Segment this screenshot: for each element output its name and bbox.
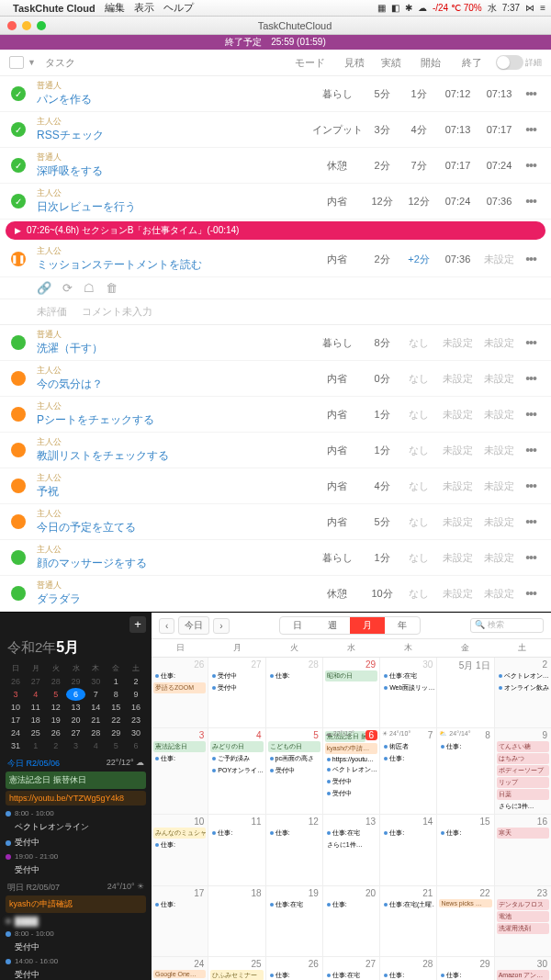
- detail-toggle[interactable]: [496, 55, 523, 70]
- calendar-event[interactable]: 受付中: [210, 670, 263, 681]
- calendar-event[interactable]: ベクトレオン…: [497, 670, 549, 681]
- calendar-event[interactable]: 仕事:在宅: [325, 828, 377, 839]
- calendar-event[interactable]: 仕事:: [439, 970, 491, 980]
- event-item[interactable]: 19:00 - 21:00: [6, 850, 146, 862]
- calendar-event[interactable]: はちみつ: [497, 753, 549, 764]
- add-event-button[interactable]: +: [129, 616, 146, 633]
- day-cell[interactable]: 25ひふみセミナー: [208, 957, 265, 980]
- day-cell[interactable]: 26仕事:: [266, 957, 323, 980]
- day-cell[interactable]: 9てんさい糖はちみつボディーソープリップ日薬さらに3件…: [495, 728, 551, 814]
- menu-edit[interactable]: 編集: [105, 1, 125, 15]
- calendar-event[interactable]: 仕事:: [325, 899, 377, 910]
- calendar-event[interactable]: さらに1件…: [325, 839, 377, 850]
- more-icon[interactable]: •••: [520, 514, 542, 529]
- calendar-event[interactable]: 仕事:: [439, 828, 491, 839]
- task-row[interactable]: 主人公教訓リストをチェックする内省1分なし未設定未設定•••: [0, 433, 551, 468]
- day-cell[interactable]: ☀ 24°/10°7術匠者仕事:: [380, 728, 437, 814]
- day-cell[interactable]: 27仕事:在宅: [323, 957, 380, 980]
- day-cell[interactable]: 30仕事:在宅Web面談リッ…: [380, 658, 437, 727]
- calendar-event[interactable]: 仕事:: [153, 899, 206, 910]
- status-icon[interactable]: ✓: [11, 122, 26, 137]
- event-item[interactable]: 8:00 - 10:00: [6, 928, 146, 940]
- status-icon[interactable]: [11, 586, 26, 601]
- day-cell[interactable]: 26仕事:夢語るZOOM: [152, 658, 208, 727]
- more-icon[interactable]: •••: [520, 479, 542, 493]
- calendar-event[interactable]: ご予約済み: [210, 753, 263, 764]
- day-cell[interactable]: 15仕事:: [437, 815, 494, 884]
- day-cell[interactable]: 4みどりの日ご予約済みPOYオンライ…: [208, 728, 265, 814]
- event-item[interactable]: 受付中: [6, 835, 146, 850]
- app-name[interactable]: TaskChute Cloud: [13, 3, 96, 14]
- today-button[interactable]: 今日: [178, 616, 209, 635]
- calendar-event[interactable]: Web面談リッ…: [382, 682, 434, 693]
- calendar-event[interactable]: 受付中: [325, 788, 377, 799]
- calendar-event[interactable]: 仕事:在宅(土曜…: [382, 899, 434, 910]
- day-cell[interactable]: 5こどもの日pc画面の高さ受付中: [266, 728, 323, 814]
- day-cell[interactable]: 23デンタルフロス電池洗濯用洗剤: [495, 886, 551, 956]
- calendar-event[interactable]: kyashの申請…: [325, 743, 377, 754]
- day-cell[interactable]: 16寒天: [495, 815, 551, 884]
- calendar-event[interactable]: 仕事:: [153, 670, 206, 681]
- day-cell[interactable]: 13仕事:在宅さらに1件…: [323, 815, 380, 884]
- more-icon[interactable]: •••: [520, 158, 542, 173]
- mini-calendar[interactable]: 日月火水木金土 26272829301234567891011121314151…: [0, 661, 152, 752]
- more-icon[interactable]: •••: [520, 550, 542, 565]
- calendar-event[interactable]: 受付中: [210, 682, 263, 693]
- more-icon[interactable]: •••: [520, 443, 542, 457]
- select-all-checkbox[interactable]: [9, 56, 24, 69]
- calendar-event[interactable]: みんなのミュシャ: [153, 828, 206, 839]
- event-item[interactable]: ████: [6, 915, 146, 928]
- calendar-event[interactable]: ボディーソープ: [497, 765, 549, 776]
- status-icon[interactable]: [11, 443, 26, 457]
- event-item[interactable]: 8:00 - 10:00: [6, 807, 146, 819]
- calendar-event[interactable]: こどもの日: [268, 741, 320, 752]
- more-icon[interactable]: •••: [520, 86, 542, 101]
- calendar-event[interactable]: てんさい糖: [497, 741, 549, 752]
- day-cell[interactable]: 29仕事:夢語るZOOM: [437, 957, 494, 980]
- status-icon[interactable]: ✓: [11, 158, 26, 173]
- day-cell[interactable]: 3憲法記念日仕事:: [152, 728, 208, 814]
- calendar-event[interactable]: 術匠者: [382, 741, 434, 752]
- delete-icon[interactable]: 🗑: [106, 281, 118, 295]
- calendar-event[interactable]: 受付中: [268, 765, 320, 776]
- refresh-icon[interactable]: ⟳: [62, 281, 73, 295]
- more-icon[interactable]: •••: [520, 371, 542, 386]
- day-cell[interactable]: 11仕事:: [208, 815, 265, 884]
- calendar-event[interactable]: リップ: [497, 777, 549, 788]
- calendar-event[interactable]: 仕事:: [439, 741, 491, 752]
- day-cell[interactable]: 18: [208, 886, 265, 956]
- month-grid[interactable]: 26仕事:夢語るZOOM27受付中受付中28仕事:29昭和の日30仕事:在宅We…: [152, 658, 551, 980]
- calendar-event[interactable]: 仕事:: [153, 753, 206, 764]
- task-row[interactable]: ✓普通人深呼吸をする休憩2分7分07:1707:24•••: [0, 148, 551, 184]
- event-item[interactable]: kyashの申請確認: [6, 896, 146, 913]
- calendar-event[interactable]: 仕事:: [268, 970, 320, 980]
- status-icon[interactable]: [11, 407, 26, 422]
- status-icon[interactable]: [11, 514, 26, 529]
- search-input[interactable]: 🔍 検索: [470, 618, 544, 633]
- calendar-event[interactable]: 仕事:: [382, 970, 434, 980]
- day-cell[interactable]: 14仕事:: [380, 815, 437, 884]
- section-bar[interactable]: ▶07:26~(4.6h) セクションB「お仕事タイム」(-00:14): [6, 221, 545, 240]
- calendar-event[interactable]: 寒天: [497, 828, 549, 839]
- task-row[interactable]: 主人公顔のマッサージをする暮らし1分なし未設定未設定•••: [0, 540, 551, 576]
- status-icon[interactable]: [11, 371, 26, 386]
- day-cell[interactable]: ☁ 22°/12°6憲法記念日 振…kyashの申請…https://youtu…: [323, 728, 380, 814]
- calendar-event[interactable]: みどりの日: [210, 741, 263, 752]
- status-icon[interactable]: ✓: [11, 86, 26, 101]
- calendar-event[interactable]: さらに3件…: [497, 801, 549, 812]
- task-row[interactable]: ✓主人公日次レビューを行う内省12分12分07:2407:36•••: [0, 184, 551, 220]
- calendar-event[interactable]: News picks …: [439, 899, 491, 907]
- next-button[interactable]: ›: [213, 618, 229, 634]
- day-cell[interactable]: 22News picks …: [437, 886, 494, 956]
- more-icon[interactable]: •••: [520, 335, 542, 350]
- calendar-event[interactable]: 憲法記念日: [153, 741, 206, 752]
- minimize-icon[interactable]: [22, 21, 31, 30]
- calendar-event[interactable]: 昭和の日: [325, 670, 377, 681]
- calendar-event[interactable]: オンライン飲み…: [497, 682, 549, 693]
- calendar-event[interactable]: 仕事:在宅: [268, 899, 320, 910]
- event-item[interactable]: https://youtu.be/YTZWg5gY4k8: [6, 791, 146, 805]
- status-icon[interactable]: [11, 335, 26, 350]
- event-item[interactable]: 14:00 - 16:00: [6, 955, 146, 967]
- day-cell[interactable]: 21仕事:在宅(土曜…: [380, 886, 437, 956]
- task-row[interactable]: 普通人ダラダラ休憩10分なし未設定未設定•••: [0, 576, 551, 612]
